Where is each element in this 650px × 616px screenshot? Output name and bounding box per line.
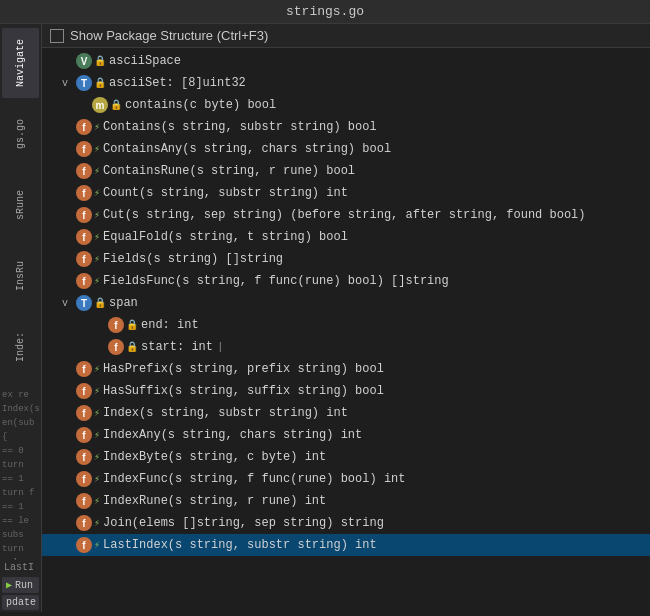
badge-t: T: [76, 295, 92, 311]
item-text: IndexFunc(s string, f func(rune) bool) i…: [103, 472, 405, 486]
list-item[interactable]: f ⚡ ContainsRune(s string, r rune) bool: [42, 160, 650, 182]
item-text: ContainsRune(s string, r rune) bool: [103, 164, 355, 178]
last-index-label: LastI: [0, 560, 41, 575]
chevron-placeholder: [62, 56, 74, 67]
structure-list[interactable]: V 🔒 asciiSpace v T 🔒 asciiSet: [8]uint32…: [42, 48, 650, 612]
badge-f: f: [76, 537, 92, 553]
badge-f: f: [76, 119, 92, 135]
chevron-placeholder: [62, 254, 74, 265]
run-button[interactable]: ▶ Run: [2, 577, 39, 593]
list-item[interactable]: f ⚡ Count(s string, substr string) int: [42, 182, 650, 204]
item-text: FieldsFunc(s string, f func(rune) bool) …: [103, 274, 449, 288]
pub-icon: ⚡: [94, 385, 100, 397]
item-text: span: [109, 296, 138, 310]
item-text: EqualFold(s string, t string) bool: [103, 230, 348, 244]
list-item[interactable]: f ⚡ HasSuffix(s string, suffix string) b…: [42, 380, 650, 402]
badge-v: V: [76, 53, 92, 69]
left-tab-insru[interactable]: InsRu: [2, 241, 39, 311]
chevron-placeholder: [62, 518, 74, 529]
badge-t: T: [76, 75, 92, 91]
chevron-placeholder: [62, 496, 74, 507]
left-tab-srune[interactable]: sRune: [2, 170, 39, 240]
badge-f: f: [76, 207, 92, 223]
pub-icon: ⚡: [94, 275, 100, 287]
item-text: IndexAny(s string, chars string) int: [103, 428, 362, 442]
list-item[interactable]: v T 🔒 asciiSet: [8]uint32: [42, 72, 650, 94]
list-item[interactable]: f ⚡ ContainsAny(s string, chars string) …: [42, 138, 650, 160]
update-button[interactable]: pdate: [2, 595, 39, 610]
badge-f: f: [76, 493, 92, 509]
pub-icon: ⚡: [94, 209, 100, 221]
item-text: Join(elems []string, sep string) string: [103, 516, 384, 530]
item-text: HasSuffix(s string, suffix string) bool: [103, 384, 384, 398]
left-tab-gs[interactable]: gs.go: [2, 99, 39, 169]
main-panel: Show Package Structure (Ctrl+F3) V 🔒 asc…: [42, 24, 650, 612]
list-item[interactable]: f ⚡ HasPrefix(s string, prefix string) b…: [42, 358, 650, 380]
pub-icon: ⚡: [94, 363, 100, 375]
show-package-checkbox[interactable]: [50, 29, 64, 43]
lock-icon: 🔒: [94, 297, 106, 309]
chevron-placeholder: [62, 408, 74, 419]
pub-icon: ⚡: [94, 231, 100, 243]
badge-f: f: [76, 163, 92, 179]
update-label: pdate: [6, 597, 36, 608]
item-text: asciiSet: [8]uint32: [109, 76, 246, 90]
list-item[interactable]: f ⚡ Index(s string, substr string) int: [42, 402, 650, 424]
badge-f: f: [76, 405, 92, 421]
list-item[interactable]: f ⚡ IndexAny(s string, chars string) int: [42, 424, 650, 446]
list-item[interactable]: f ⚡ Cut(s string, sep string) (before st…: [42, 204, 650, 226]
chevron-placeholder: [62, 540, 74, 551]
left-panel: Navigate gs.go sRune InsRu Inde: ex re I…: [0, 24, 42, 612]
chevron-placeholder: [62, 122, 74, 133]
list-item[interactable]: f ⚡ FieldsFunc(s string, f func(rune) bo…: [42, 270, 650, 292]
list-item[interactable]: f 🔒 start: int |: [42, 336, 650, 358]
title-text: strings.go: [286, 4, 364, 19]
item-text: end: int: [141, 318, 199, 332]
chevron-placeholder: [62, 210, 74, 221]
badge-f: f: [108, 317, 124, 333]
list-item[interactable]: f ⚡ IndexByte(s string, c byte) int: [42, 446, 650, 468]
title-bar: strings.go: [0, 0, 650, 24]
badge-f: f: [76, 185, 92, 201]
chevron-placeholder: [62, 364, 74, 375]
lock-icon: 🔒: [110, 99, 122, 111]
pub-icon: ⚡: [94, 407, 100, 419]
list-item[interactable]: f 🔒 end: int: [42, 314, 650, 336]
badge-f: f: [76, 383, 92, 399]
item-text: contains(c byte) bool: [125, 98, 276, 112]
chevron-placeholder: [94, 342, 106, 353]
toolbar-label: Show Package Structure (Ctrl+F3): [70, 28, 268, 43]
chevron-placeholder: [62, 430, 74, 441]
item-text: asciiSpace: [109, 54, 181, 68]
item-text: IndexByte(s string, c byte) int: [103, 450, 326, 464]
pub-icon: ⚡: [94, 473, 100, 485]
list-item[interactable]: f ⚡ EqualFold(s string, t string) bool: [42, 226, 650, 248]
pub-icon: ⚡: [94, 253, 100, 265]
list-item[interactable]: f ⚡ Fields(s string) []string: [42, 248, 650, 270]
cursor-indicator: |: [217, 341, 224, 353]
list-item[interactable]: f ⚡ Contains(s string, substr string) bo…: [42, 116, 650, 138]
list-item[interactable]: f ⚡ Join(elems []string, sep string) str…: [42, 512, 650, 534]
chevron-placeholder: [62, 232, 74, 243]
chevron-placeholder: [62, 144, 74, 155]
list-item[interactable]: f ⚡ IndexFunc(s string, f func(rune) boo…: [42, 468, 650, 490]
item-text: Count(s string, substr string) int: [103, 186, 348, 200]
badge-f: f: [76, 449, 92, 465]
badge-f: f: [76, 427, 92, 443]
badge-m: m: [92, 97, 108, 113]
item-text: Contains(s string, substr string) bool: [103, 120, 377, 134]
list-item[interactable]: v T 🔒 span: [42, 292, 650, 314]
left-tab-inde[interactable]: Inde:: [2, 312, 39, 382]
code-preview: ex re Index(s en(sub { == 0 turn == 1 tu…: [0, 386, 41, 560]
list-item[interactable]: V 🔒 asciiSpace: [42, 50, 650, 72]
list-item[interactable]: m 🔒 contains(c byte) bool: [42, 94, 650, 116]
chevron-placeholder: [62, 452, 74, 463]
chevron-down-icon: v: [62, 298, 74, 309]
list-item[interactable]: f ⚡ IndexRune(s string, r rune) int: [42, 490, 650, 512]
list-item-lastindex[interactable]: f ⚡ LastIndex(s string, substr string) i…: [42, 534, 650, 556]
badge-f: f: [76, 273, 92, 289]
item-text: LastIndex(s string, substr string) int: [103, 538, 377, 552]
badge-f: f: [76, 471, 92, 487]
left-tab-navigate[interactable]: Navigate: [2, 28, 39, 98]
item-text: ContainsAny(s string, chars string) bool: [103, 142, 391, 156]
